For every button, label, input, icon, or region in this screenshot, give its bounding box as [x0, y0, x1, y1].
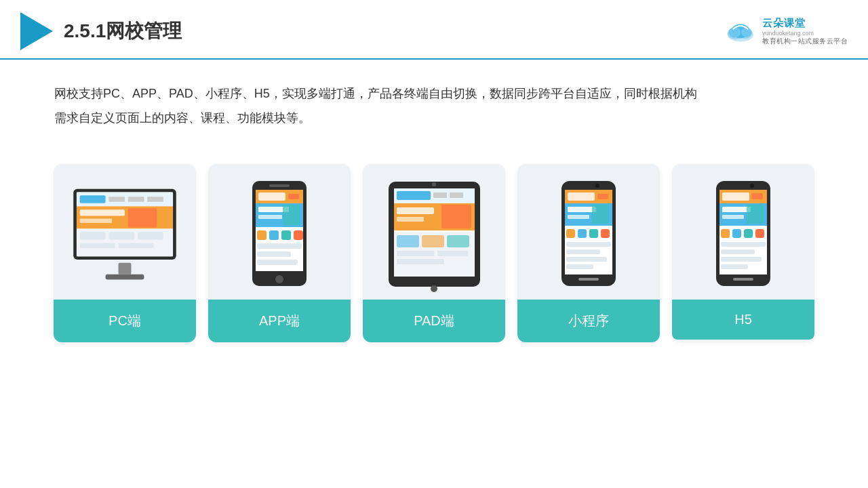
card-miniprogram: 小程序 [517, 164, 660, 342]
svg-rect-12 [147, 197, 163, 202]
card-h5: H5 [672, 164, 814, 342]
card-miniprogram-label: 小程序 [517, 300, 660, 342]
svg-rect-61 [397, 259, 444, 264]
header: 2.5.1网校管理 云朵课堂 yunduoketang.com 教育机构一站式服… [0, 0, 868, 60]
svg-rect-100 [721, 257, 762, 262]
svg-rect-20 [138, 232, 163, 239]
header-left: 2.5.1网校管理 [20, 12, 182, 50]
svg-rect-101 [721, 264, 748, 269]
svg-rect-97 [755, 229, 764, 238]
svg-rect-74 [566, 229, 575, 238]
svg-rect-53 [397, 217, 424, 222]
svg-rect-50 [450, 192, 463, 198]
card-pad-image [363, 164, 505, 300]
svg-rect-18 [80, 232, 106, 239]
svg-rect-58 [447, 235, 469, 247]
svg-rect-72 [568, 215, 589, 219]
svg-rect-88 [722, 192, 749, 201]
svg-rect-41 [257, 251, 291, 257]
svg-rect-19 [108, 232, 134, 239]
svg-rect-81 [566, 264, 593, 269]
logo-text-block: 云朵课堂 yunduoketang.com 教育机构一站式服务云平台 [762, 17, 848, 46]
card-app: APP端 [208, 164, 351, 342]
svg-rect-24 [106, 274, 144, 279]
h5-device-icon [713, 178, 774, 293]
description-paragraph-2: 需求自定义页面上的内容、课程、功能模块等。 [54, 106, 814, 130]
svg-rect-89 [751, 193, 763, 199]
card-h5-image [672, 164, 814, 300]
svg-rect-59 [397, 251, 434, 256]
svg-point-5 [741, 28, 752, 37]
cloud-icon [723, 19, 758, 43]
svg-rect-11 [128, 197, 144, 202]
svg-rect-40 [257, 243, 302, 249]
description-paragraph: 网校支持PC、APP、PAD、小程序、H5，实现多端打通，产品各终端自由切换，数… [54, 81, 814, 106]
svg-point-27 [275, 275, 283, 283]
svg-rect-9 [80, 195, 106, 203]
svg-point-46 [432, 182, 436, 186]
svg-rect-38 [281, 230, 291, 240]
svg-rect-68 [568, 192, 595, 201]
svg-rect-80 [566, 257, 607, 262]
svg-rect-78 [566, 242, 611, 247]
header-right: 云朵课堂 yunduoketang.com 教育机构一站式服务云平台 [723, 17, 848, 46]
svg-rect-92 [722, 215, 744, 219]
svg-rect-73 [592, 205, 609, 224]
svg-rect-23 [119, 262, 132, 274]
svg-rect-69 [597, 194, 608, 199]
brand-triangle-icon [20, 12, 53, 50]
svg-rect-95 [732, 229, 741, 238]
card-app-label: APP端 [208, 300, 351, 342]
svg-rect-52 [397, 207, 434, 214]
svg-point-45 [431, 285, 437, 292]
svg-rect-39 [294, 230, 303, 240]
card-pad-label: PAD端 [363, 300, 505, 342]
cards-container: PC端 [0, 150, 868, 356]
svg-rect-76 [589, 229, 598, 238]
svg-point-85 [750, 184, 754, 188]
svg-rect-99 [721, 249, 755, 254]
svg-rect-30 [258, 192, 285, 201]
cloud-logo: 云朵课堂 yunduoketang.com 教育机构一站式服务云平台 [723, 17, 848, 46]
card-pc: PC端 [54, 164, 196, 342]
svg-rect-31 [288, 194, 299, 199]
svg-rect-77 [601, 229, 610, 238]
svg-rect-48 [397, 191, 431, 200]
logo-url: yunduoketang.com [762, 30, 814, 37]
svg-rect-86 [733, 278, 753, 281]
card-h5-label: H5 [672, 300, 814, 340]
svg-rect-98 [721, 242, 766, 247]
svg-rect-54 [441, 205, 471, 228]
card-pc-image [54, 164, 196, 300]
pad-device-icon [382, 176, 487, 295]
card-pc-label: PC端 [54, 300, 196, 342]
page-title: 2.5.1网校管理 [64, 18, 182, 44]
pc-device-icon [64, 180, 186, 291]
svg-rect-57 [422, 235, 444, 247]
card-pad: PAD端 [363, 164, 505, 342]
logo-main-text: 云朵课堂 [762, 17, 806, 30]
svg-rect-21 [80, 243, 115, 248]
svg-rect-91 [722, 207, 751, 212]
svg-rect-35 [283, 205, 300, 225]
svg-point-65 [595, 184, 599, 188]
svg-rect-94 [721, 229, 730, 238]
svg-rect-75 [578, 229, 587, 238]
svg-rect-16 [128, 208, 157, 227]
svg-rect-10 [108, 197, 125, 202]
svg-rect-22 [119, 243, 154, 248]
svg-rect-15 [80, 218, 112, 223]
svg-rect-60 [437, 251, 468, 256]
miniprogram-device-icon [558, 178, 619, 293]
svg-rect-28 [269, 184, 290, 187]
svg-rect-93 [747, 205, 764, 224]
svg-rect-49 [433, 192, 447, 198]
svg-rect-79 [566, 249, 600, 254]
svg-rect-71 [568, 207, 596, 212]
card-miniprogram-image [517, 164, 660, 300]
description-text: 网校支持PC、APP、PAD、小程序、H5，实现多端打通，产品各终端自由切换，数… [0, 60, 868, 144]
card-app-image [208, 164, 351, 300]
svg-rect-14 [80, 209, 125, 216]
svg-rect-66 [578, 278, 599, 281]
svg-rect-42 [257, 260, 298, 265]
